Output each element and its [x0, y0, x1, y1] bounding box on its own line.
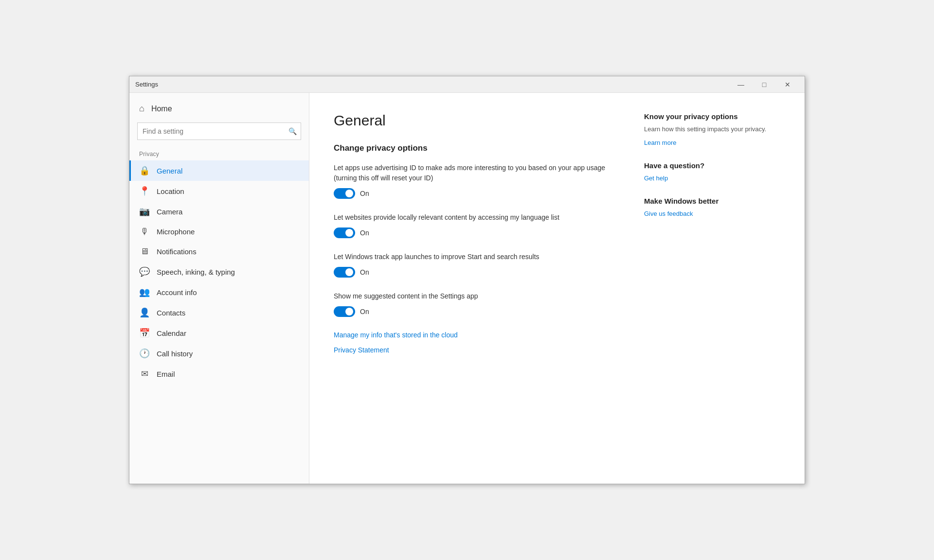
sidebar-item-camera[interactable]: 📷 Camera — [129, 201, 309, 222]
main-content: General Change privacy options Let apps … — [309, 93, 805, 484]
page-title: General — [334, 112, 625, 129]
sidebar-item-calendar[interactable]: 📅 Calendar — [129, 323, 309, 343]
sidebar-item-contacts-label: Contacts — [157, 309, 185, 317]
setting-language-list-toggle-row: On — [334, 228, 625, 238]
sidebar-item-notifications-label: Notifications — [157, 247, 197, 256]
setting-app-launches-label: On — [360, 268, 369, 276]
sidebar-item-contacts[interactable]: 👤 Contacts — [129, 302, 309, 323]
sidebar-item-email[interactable]: ✉ Email — [129, 364, 309, 384]
setting-suggested-content-desc: Show me suggested content in the Setting… — [334, 291, 625, 301]
calendar-icon: 📅 — [139, 328, 150, 338]
setting-language-list-desc: Let websites provide locally relevant co… — [334, 212, 625, 223]
maximize-button[interactable]: □ — [753, 76, 775, 93]
sidebar-item-callhistory-label: Call history — [157, 350, 193, 358]
sidebar-item-notifications[interactable]: 🖥 Notifications — [129, 242, 309, 262]
sidebar-item-location[interactable]: 📍 Location — [129, 181, 309, 201]
account-icon: 👥 — [139, 287, 150, 298]
general-icon: 🔒 — [139, 165, 150, 176]
sidebar-item-microphone[interactable]: 🎙 Microphone — [129, 222, 309, 242]
right-panel-better: Make Windows better Give us feedback — [644, 197, 780, 218]
sidebar-item-calendar-label: Calendar — [157, 329, 186, 337]
sidebar-home-item[interactable]: ⌂ Home — [129, 93, 309, 122]
sidebar-home-label: Home — [151, 105, 172, 113]
minimize-button[interactable]: — — [730, 76, 752, 93]
sidebar-item-microphone-label: Microphone — [157, 228, 195, 236]
setting-app-launches-toggle[interactable] — [334, 267, 355, 278]
setting-language-list: Let websites provide locally relevant co… — [334, 212, 625, 238]
sidebar-item-account[interactable]: 👥 Account info — [129, 282, 309, 302]
setting-suggested-content-label: On — [360, 308, 369, 315]
sidebar-item-email-label: Email — [157, 370, 175, 378]
sidebar-item-general-label: General — [157, 167, 182, 175]
privacy-statement-link[interactable]: Privacy Statement — [334, 346, 389, 354]
learn-more-link[interactable]: Learn more — [644, 139, 676, 146]
right-panel-privacy: Know your privacy options Learn how this… — [644, 112, 780, 147]
setting-advertising-id: Let apps use advertising ID to make ads … — [334, 163, 625, 199]
settings-window: Settings — □ ✕ ⌂ Home 🔍 Privacy 🔒 — [129, 76, 805, 484]
window-controls: — □ ✕ — [730, 76, 799, 93]
notifications-icon: 🖥 — [139, 246, 150, 257]
sidebar-item-speech-label: Speech, inking, & typing — [157, 268, 235, 276]
setting-advertising-id-toggle[interactable] — [334, 188, 355, 199]
microphone-icon: 🎙 — [139, 227, 150, 237]
sidebar-item-general[interactable]: 🔒 General — [129, 160, 309, 181]
sidebar-item-location-label: Location — [157, 187, 184, 195]
email-icon: ✉ — [139, 368, 150, 379]
setting-suggested-content-toggle-row: On — [334, 306, 625, 317]
setting-advertising-id-desc: Let apps use advertising ID to make ads … — [334, 163, 625, 183]
close-button[interactable]: ✕ — [776, 76, 799, 93]
section-title: Change privacy options — [334, 143, 625, 153]
camera-icon: 📷 — [139, 206, 150, 217]
right-panel-question: Have a question? Get help — [644, 161, 780, 182]
setting-language-list-label: On — [360, 229, 369, 237]
manage-info-link[interactable]: Manage my info that's stored in the clou… — [334, 331, 458, 339]
setting-app-launches: Let Windows track app launches to improv… — [334, 252, 625, 278]
right-panel-privacy-text: Learn how this setting impacts your priv… — [644, 124, 780, 134]
setting-advertising-id-label: On — [360, 190, 369, 197]
get-help-link[interactable]: Get help — [644, 175, 668, 182]
speech-icon: 💬 — [139, 266, 150, 277]
sidebar-item-account-label: Account info — [157, 288, 197, 297]
search-box: 🔍 — [137, 122, 301, 140]
sidebar-item-speech[interactable]: 💬 Speech, inking, & typing — [129, 262, 309, 282]
right-panel-better-title: Make Windows better — [644, 197, 780, 205]
setting-suggested-content: Show me suggested content in the Setting… — [334, 291, 625, 317]
sidebar: ⌂ Home 🔍 Privacy 🔒 General 📍 Location 📷 — [129, 93, 309, 484]
setting-advertising-id-toggle-row: On — [334, 188, 625, 199]
main-left: General Change privacy options Let apps … — [334, 112, 625, 464]
setting-language-list-toggle[interactable] — [334, 228, 355, 238]
contacts-icon: 👤 — [139, 307, 150, 318]
content-area: ⌂ Home 🔍 Privacy 🔒 General 📍 Location 📷 — [129, 93, 805, 484]
setting-suggested-content-toggle[interactable] — [334, 306, 355, 317]
right-panel-question-title: Have a question? — [644, 161, 780, 170]
setting-app-launches-desc: Let Windows track app launches to improv… — [334, 252, 625, 262]
feedback-link[interactable]: Give us feedback — [644, 210, 693, 217]
search-input[interactable] — [137, 122, 301, 140]
window-title: Settings — [135, 81, 158, 88]
sidebar-item-callhistory[interactable]: 🕐 Call history — [129, 343, 309, 364]
home-icon: ⌂ — [139, 104, 144, 114]
sidebar-item-camera-label: Camera — [157, 208, 182, 216]
right-panel: Know your privacy options Learn how this… — [644, 112, 780, 464]
titlebar: Settings — □ ✕ — [129, 76, 805, 93]
right-panel-privacy-title: Know your privacy options — [644, 112, 780, 121]
callhistory-icon: 🕐 — [139, 348, 150, 359]
setting-app-launches-toggle-row: On — [334, 267, 625, 278]
location-icon: 📍 — [139, 186, 150, 196]
search-icon-button[interactable]: 🔍 — [284, 122, 301, 140]
sidebar-section-label: Privacy — [129, 148, 309, 160]
